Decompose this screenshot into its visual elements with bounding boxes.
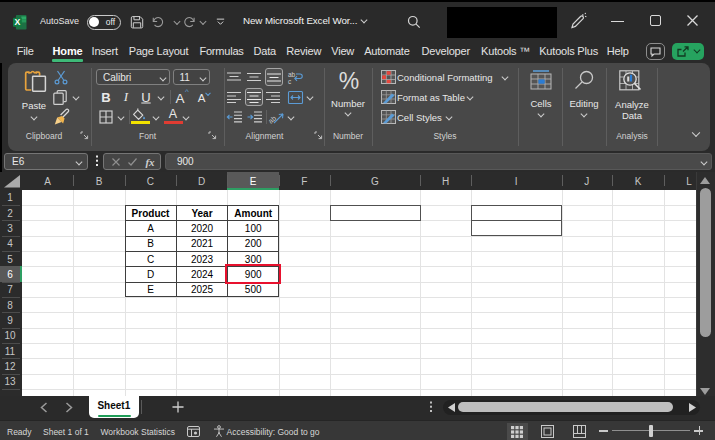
svg-text:ab: ab xyxy=(288,71,296,78)
svg-text:c: c xyxy=(288,78,292,85)
svg-text:ab: ab xyxy=(267,114,278,124)
svg-text:X: X xyxy=(14,17,20,27)
